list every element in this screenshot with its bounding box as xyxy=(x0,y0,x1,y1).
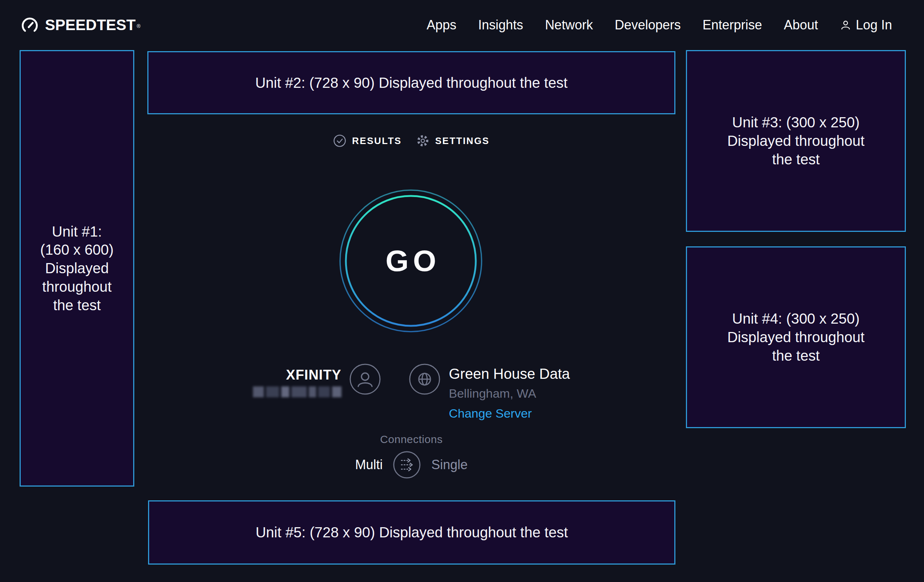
nav-item-apps[interactable]: Apps xyxy=(426,17,456,33)
nav-item-about[interactable]: About xyxy=(784,17,818,33)
tab-results-label: RESULTS xyxy=(352,135,402,147)
server-block: Green House Data Bellingham, WA Change S… xyxy=(409,364,570,420)
ad-unit-4[interactable]: Unit #4: (300 x 250) Displayed throughou… xyxy=(686,246,906,428)
change-server-link[interactable]: Change Server xyxy=(449,406,532,420)
connections-toggle-row: Multi Single xyxy=(147,451,675,479)
isp-name: XFINITY xyxy=(253,367,342,383)
ip-address-redacted xyxy=(253,386,342,397)
login-label: Log In xyxy=(856,17,892,33)
main-nav: Apps Insights Network Developers Enterpr… xyxy=(426,17,892,33)
ad-unit-5[interactable]: Unit #5: (728 x 90) Displayed throughout… xyxy=(148,500,675,565)
user-icon xyxy=(840,19,851,31)
ad-unit-5-label: Unit #5: (728 x 90) Displayed throughout… xyxy=(256,523,568,542)
connections-label: Connections xyxy=(147,433,675,445)
server-name: Green House Data xyxy=(449,366,570,382)
go-button-label: GO xyxy=(338,188,483,333)
speedometer-icon xyxy=(20,16,39,35)
ad-unit-3[interactable]: Unit #3: (300 x 250) Displayed throughou… xyxy=(686,50,906,232)
login-button[interactable]: Log In xyxy=(840,17,892,33)
results-settings-tabs: RESULTS SETTINGS xyxy=(147,129,675,152)
server-location: Bellingham, WA xyxy=(449,386,570,401)
check-circle-icon xyxy=(333,134,346,147)
nav-item-network[interactable]: Network xyxy=(545,17,593,33)
registered-mark: ® xyxy=(137,23,140,29)
nav-item-enterprise[interactable]: Enterprise xyxy=(703,17,762,33)
go-button[interactable]: GO xyxy=(338,188,483,333)
logo-wordmark: SPEEDTEST xyxy=(45,16,136,33)
tab-results[interactable]: RESULTS xyxy=(333,134,402,147)
speedtest-logo[interactable]: SPEEDTEST® xyxy=(20,16,140,35)
tab-settings-label: SETTINGS xyxy=(435,135,490,147)
connections-multi-option[interactable]: Multi xyxy=(355,457,383,472)
isp-block: XFINITY xyxy=(253,364,381,397)
ad-unit-1-label: Unit #1: (160 x 600) Displayed throughou… xyxy=(40,223,114,315)
nav-item-developers[interactable]: Developers xyxy=(615,17,681,33)
connection-info-row: XFINITY Green House Data Bellingham, xyxy=(147,364,675,420)
gear-icon xyxy=(416,134,429,147)
tab-settings[interactable]: SETTINGS xyxy=(416,134,490,147)
ad-unit-1[interactable]: Unit #1: (160 x 600) Displayed throughou… xyxy=(20,50,134,486)
connections-single-option[interactable]: Single xyxy=(431,457,467,472)
globe-icon xyxy=(409,364,440,395)
ad-unit-2-label: Unit #2: (728 x 90) Displayed throughout… xyxy=(255,74,568,92)
isp-user-icon xyxy=(350,364,381,395)
ad-unit-3-label: Unit #3: (300 x 250) Displayed throughou… xyxy=(727,113,865,168)
nav-item-insights[interactable]: Insights xyxy=(478,17,523,33)
ad-unit-2[interactable]: Unit #2: (728 x 90) Displayed throughout… xyxy=(147,51,675,114)
top-nav-bar: SPEEDTEST® Apps Insights Network Develop… xyxy=(0,0,924,50)
connections-toggle-icon[interactable] xyxy=(393,451,421,479)
ad-unit-4-label: Unit #4: (300 x 250) Displayed throughou… xyxy=(727,310,865,364)
